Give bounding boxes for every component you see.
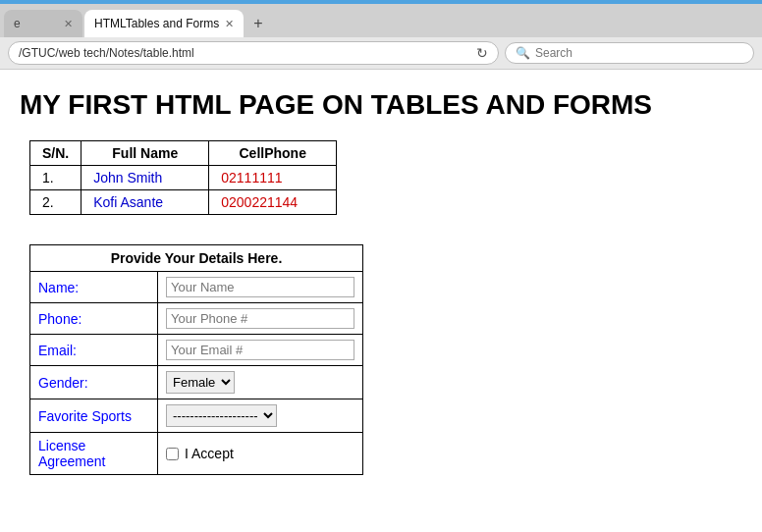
label-license: License Agreement [30, 433, 158, 475]
form-row-phone: Phone: [30, 303, 363, 335]
label-email: Email: [30, 335, 158, 366]
cell-phone-1: 02111111 [209, 166, 337, 190]
cell-license-check: I Accept [158, 433, 363, 475]
cell-name-input [158, 272, 363, 303]
form-row-email: Email: [30, 335, 363, 366]
address-bar[interactable]: /GTUC/web tech/Notes/table.html ↻ [8, 41, 499, 65]
form-row-sports: Favorite Sports -------------------- Foo… [30, 399, 363, 433]
refresh-icon[interactable]: ↻ [476, 45, 488, 61]
address-text: /GTUC/web tech/Notes/table.html [19, 46, 470, 60]
form-section: Provide Your Details Here. Name: Phone: … [29, 244, 742, 475]
search-icon: 🔍 [516, 46, 530, 60]
label-gender: Gender: [30, 366, 158, 399]
label-name: Name: [30, 272, 158, 303]
license-checkbox[interactable] [166, 448, 179, 460]
gender-select[interactable]: Female Male [166, 371, 235, 394]
tab-active-title: HTMLTables and Forms [94, 17, 219, 30]
cell-sn-1: 1. [30, 166, 82, 190]
col-header-phone: CellPhone [209, 141, 337, 166]
cell-sports-select: -------------------- Football Basketball [158, 399, 363, 433]
cell-phone-2: 0200221144 [209, 190, 337, 215]
search-input[interactable] [535, 46, 743, 60]
email-input[interactable] [166, 340, 354, 360]
table-row: 2. Kofi Asante 0200221144 [30, 190, 337, 215]
cell-name-2: Kofi Asante [82, 190, 209, 215]
form-header-row: Provide Your Details Here. [30, 245, 363, 272]
cell-sn-2: 2. [30, 190, 82, 215]
label-sports: Favorite Sports [30, 399, 158, 433]
phone-input[interactable] [166, 308, 354, 329]
tab-inactive[interactable]: e ✕ [4, 10, 82, 37]
tab-inactive-title: e [14, 17, 58, 30]
cell-email-input [158, 335, 363, 366]
col-header-sn: S/N. [30, 141, 82, 166]
tab-inactive-close[interactable]: ✕ [64, 18, 73, 30]
page-title: MY FIRST HTML PAGE ON TABLES AND FORMS [20, 89, 742, 121]
tab-active-close[interactable]: ✕ [225, 18, 234, 30]
data-table: S/N. Full Name CellPhone 1. John Smith 0… [29, 140, 337, 215]
table-row: 1. John Smith 02111111 [30, 166, 337, 190]
form-row-license: License Agreement I Accept [30, 433, 363, 475]
cell-phone-input [158, 303, 363, 335]
form-header: Provide Your Details Here. [30, 245, 363, 272]
new-tab-button[interactable]: + [245, 10, 270, 37]
cell-gender-select: Female Male [158, 366, 363, 399]
form-row-name: Name: [30, 272, 363, 303]
cell-name-1: John Smith [82, 166, 209, 190]
label-phone: Phone: [30, 303, 158, 335]
search-bar[interactable]: 🔍 [505, 42, 754, 64]
sports-select[interactable]: -------------------- Football Basketball [166, 404, 277, 427]
form-row-gender: Gender: Female Male [30, 366, 363, 399]
tab-active[interactable]: HTMLTables and Forms ✕ [84, 10, 244, 37]
page-content: MY FIRST HTML PAGE ON TABLES AND FORMS S… [0, 70, 762, 495]
license-text: I Accept [185, 446, 234, 461]
name-input[interactable] [166, 277, 354, 297]
col-header-name: Full Name [82, 141, 209, 166]
form-table: Provide Your Details Here. Name: Phone: … [29, 244, 363, 475]
license-label: I Accept [166, 446, 354, 461]
